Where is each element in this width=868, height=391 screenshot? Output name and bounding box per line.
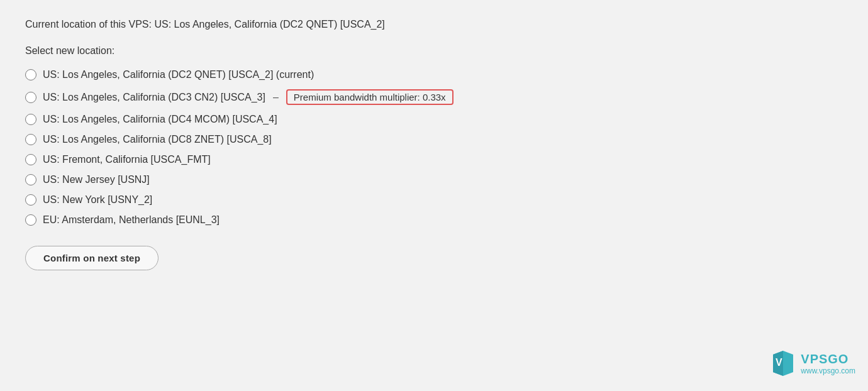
location-item: US: Los Angeles, California (DC8 ZNET) […: [25, 134, 591, 145]
separator: –: [273, 92, 279, 103]
location-label-loc4[interactable]: US: Los Angeles, California (DC8 ZNET) […: [43, 134, 272, 145]
main-container: Current location of this VPS: US: Los An…: [25, 19, 591, 270]
location-label-loc6[interactable]: US: New Jersey [USNJ]: [43, 174, 150, 185]
location-name-text: US: Los Angeles, California (DC2 QNET) […: [43, 69, 314, 80]
confirm-next-step-button[interactable]: Confirm on next step: [25, 246, 159, 270]
location-radio-loc7[interactable]: [25, 194, 36, 206]
location-item: US: Los Angeles, California (DC4 MCOM) […: [25, 114, 591, 125]
premium-bandwidth-badge: Premium bandwidth multiplier: 0.33x: [286, 89, 453, 105]
location-item: US: New Jersey [USNJ]: [25, 174, 591, 185]
location-name-text: US: Los Angeles, California (DC8 ZNET) […: [43, 134, 272, 145]
location-label-loc7[interactable]: US: New York [USNY_2]: [43, 194, 152, 206]
location-label-loc3[interactable]: US: Los Angeles, California (DC4 MCOM) […: [43, 114, 277, 125]
location-item: US: Los Angeles, California (DC3 CN2) [U…: [25, 89, 591, 105]
location-label-loc2[interactable]: US: Los Angeles, California (DC3 CN2) [U…: [43, 89, 453, 105]
select-new-location-label: Select new location:: [25, 45, 591, 57]
location-item: US: Los Angeles, California (DC2 QNET) […: [25, 69, 591, 80]
location-label-loc1[interactable]: US: Los Angeles, California (DC2 QNET) […: [43, 69, 314, 80]
watermark-brand: VPSGO: [801, 351, 855, 366]
location-radio-loc8[interactable]: [25, 214, 36, 226]
location-radio-loc4[interactable]: [25, 134, 36, 145]
watermark-url: www.vpsgo.com: [801, 366, 855, 375]
location-name-text: EU: Amsterdam, Netherlands [EUNL_3]: [43, 214, 220, 226]
vpsgo-logo-icon: V: [768, 348, 798, 378]
location-radio-loc1[interactable]: [25, 69, 36, 80]
location-name-text: US: New York [USNY_2]: [43, 194, 152, 206]
current-location-text: Current location of this VPS: US: Los An…: [25, 19, 591, 30]
watermark: V VPSGO www.vpsgo.com: [768, 348, 855, 378]
location-item: US: New York [USNY_2]: [25, 194, 591, 206]
location-name-text: US: Los Angeles, California (DC4 MCOM) […: [43, 114, 277, 125]
location-label-loc5[interactable]: US: Fremont, California [USCA_FMT]: [43, 154, 211, 165]
location-name-text: US: Los Angeles, California (DC3 CN2) [U…: [43, 92, 265, 103]
svg-text:V: V: [776, 357, 782, 368]
location-name-text: US: New Jersey [USNJ]: [43, 174, 150, 185]
location-radio-loc2[interactable]: [25, 92, 36, 103]
location-radio-loc5[interactable]: [25, 154, 36, 165]
location-item: EU: Amsterdam, Netherlands [EUNL_3]: [25, 214, 591, 226]
location-list: US: Los Angeles, California (DC2 QNET) […: [25, 69, 591, 226]
location-radio-loc3[interactable]: [25, 114, 36, 125]
location-name-text: US: Fremont, California [USCA_FMT]: [43, 154, 211, 165]
location-item: US: Fremont, California [USCA_FMT]: [25, 154, 591, 165]
location-label-loc8[interactable]: EU: Amsterdam, Netherlands [EUNL_3]: [43, 214, 220, 226]
location-radio-loc6[interactable]: [25, 174, 36, 185]
